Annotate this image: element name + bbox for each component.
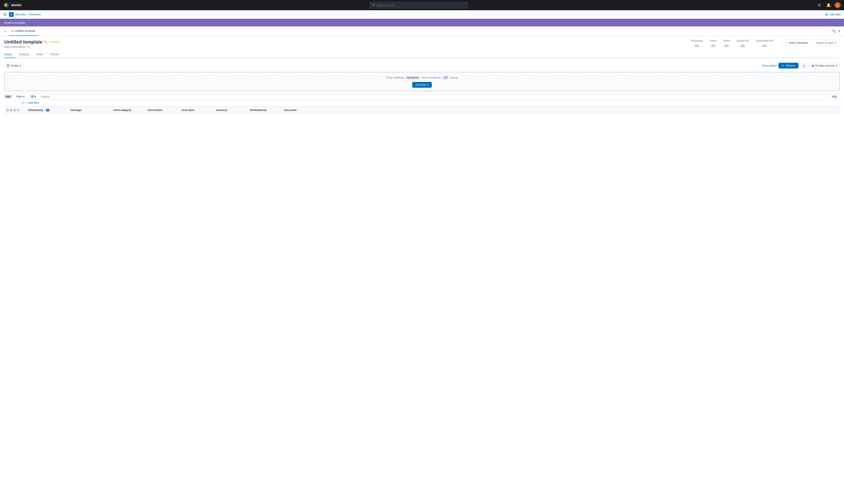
logo[interactable]: elastic [3,2,22,8]
star-icon: ☆ [785,41,788,44]
search-input[interactable] [377,4,465,7]
stat-processes-label: Processes [691,39,703,42]
add-tab-button[interactable]: ＋ [3,29,7,34]
lock-button[interactable] [800,63,808,69]
col-host-name-label: host.name [182,109,194,112]
title-actions: ☆ Add to favorites Attach to case ▾ [782,40,840,46]
add-field-chevron-down-icon: ▾ [427,83,429,86]
tab-analyzer[interactable]: Analyzer [19,51,33,58]
search-area [24,2,813,8]
svg-rect-14 [803,66,805,67]
title-text: Untitled template [4,39,42,45]
stat-dest-ips-value: — [762,43,767,46]
stat-processes: Processes — [691,39,703,46]
tab-query[interactable]: Query [4,51,15,58]
filter-chevron-down-icon: ▾ [23,95,24,98]
add-field-button[interactable]: Add field ▾ [412,82,432,88]
sort-down-icon: ↓ [44,109,45,111]
breadcrumb-security[interactable]: Security [15,13,25,16]
col-user-name-label: user.name [284,109,297,112]
drop-zone: Drop anything highlighted here to build … [4,72,840,91]
breadcrumb-bar: ☰ D Security › Timelines Add data [0,10,844,19]
columns-icon[interactable]: ⊟ [14,108,16,112]
col-header-host-name[interactable]: host.name [179,109,213,112]
calendar-icon [6,64,10,67]
col-header-event-action[interactable]: event.action [145,109,179,112]
show-dates-button[interactable]: Show dates [762,64,777,67]
query-toolbar: Today ▾ Show dates Refresh All data sour… [4,61,840,70]
svg-point-4 [6,4,8,6]
top-nav: elastic ⊞ 🔔 n [0,0,844,10]
col-header-user-name[interactable]: user.name [282,109,316,112]
col-message-label: message [70,109,81,112]
col-header-event-category[interactable]: event.category [111,109,145,112]
settings-icon[interactable]: ⚙ [10,108,13,112]
filter-row: AND Filter ▾ ▾ KQL [4,94,840,100]
table-headers: ⊞ ⚙ ⊟ ⇅ @timestamp ↓ 1 message event.cat… [4,107,840,114]
filter-fields-icon [31,95,34,98]
col-event-action-label: event.action [148,109,162,112]
timeline-tabs-bar: ＋ Untitled template 🔍 ✕ [0,26,844,36]
breadcrumb-timelines[interactable]: Timelines [29,13,40,16]
filter-search-input[interactable] [38,94,830,100]
timeline-banner-text: Timeline template [3,21,25,24]
search-icon [373,4,375,6]
hamburger-button[interactable]: ☰ [3,12,6,16]
add-filter-button[interactable]: + Add filter [25,101,39,104]
filter-icon-group[interactable]: ▾ [29,94,38,100]
notifications-icon[interactable]: 🔔 [825,2,832,8]
drop-middle: here to build an [421,76,441,79]
tab-notes[interactable]: Notes [36,51,47,58]
description-row: Add a description ✏️ [4,45,59,49]
description-edit-icon[interactable]: ✏️ [27,46,30,49]
stat-hosts: Hosts — [723,39,730,46]
timeline-title: Untitled template ✏️ Unsaved [4,39,59,45]
col-header-destination-ip[interactable]: destination.ip [248,109,282,112]
title-edit-icon[interactable]: ✏️ [44,40,48,44]
expand-rows-icon[interactable]: ⊞ [6,108,9,112]
add-to-favorites-button[interactable]: ☆ Add to favorites [782,40,811,46]
data-source-dot [812,65,814,67]
deployment-icon[interactable]: ⊞ [816,2,823,8]
stat-dest-ips-label: Destination IPs [756,39,773,42]
tab-unsaved-dot [12,30,13,32]
svg-point-3 [4,4,6,6]
search-bar[interactable] [370,2,468,8]
svg-rect-18 [33,97,34,98]
kql-button[interactable]: KQL [830,94,840,100]
data-sources-button[interactable]: All data sources ▾ [810,63,840,69]
svg-rect-7 [826,14,828,14]
col-header-message[interactable]: message [68,109,111,112]
refresh-button[interactable]: Refresh [778,63,798,69]
and-label: AND [4,95,12,98]
unsaved-badge: Unsaved [49,40,59,43]
add-data-button[interactable]: Add data [825,13,841,16]
tab-pinned[interactable]: Pinned [50,51,62,58]
stat-source-ips-label: Source IPs [737,39,749,42]
col-timestamp-label: @timestamp [28,109,43,112]
col-event-category-label: event.category [113,109,131,112]
svg-rect-16 [33,95,34,96]
avatar[interactable]: n [834,2,841,8]
col-header-timestamp[interactable]: @timestamp ↓ 1 [25,109,68,112]
col-source-ip-label: source.ip [216,109,227,112]
data-sources-label: All data sources [815,64,835,67]
filter-fields-chevron-down-icon: ▾ [35,95,36,98]
chevron-down-icon: ▾ [835,41,837,44]
close-timeline-button[interactable]: ✕ [838,29,841,33]
timeline-tab-untitled[interactable]: Untitled template [9,26,38,36]
stat-users: Users — [710,39,716,46]
stat-source-ips-value: — [741,43,745,46]
sort-badge: 1 [46,109,49,112]
filter-select-button[interactable]: Filter ▾ [14,94,27,99]
sort-icon[interactable]: ⇅ [17,108,19,112]
or-badge: OR [442,75,449,80]
search-timeline-button[interactable]: 🔍 [832,29,836,33]
refresh-icon [781,64,785,67]
col-header-source-ip[interactable]: source.ip [213,109,248,112]
stat-source-ips: Source IPs — [737,39,749,46]
timeline-banner: Timeline template [0,19,844,26]
attach-to-case-button[interactable]: Attach to case ▾ [813,40,840,46]
date-picker-button[interactable]: Today ▾ [4,63,23,69]
date-chevron-down-icon: ▾ [20,64,21,67]
